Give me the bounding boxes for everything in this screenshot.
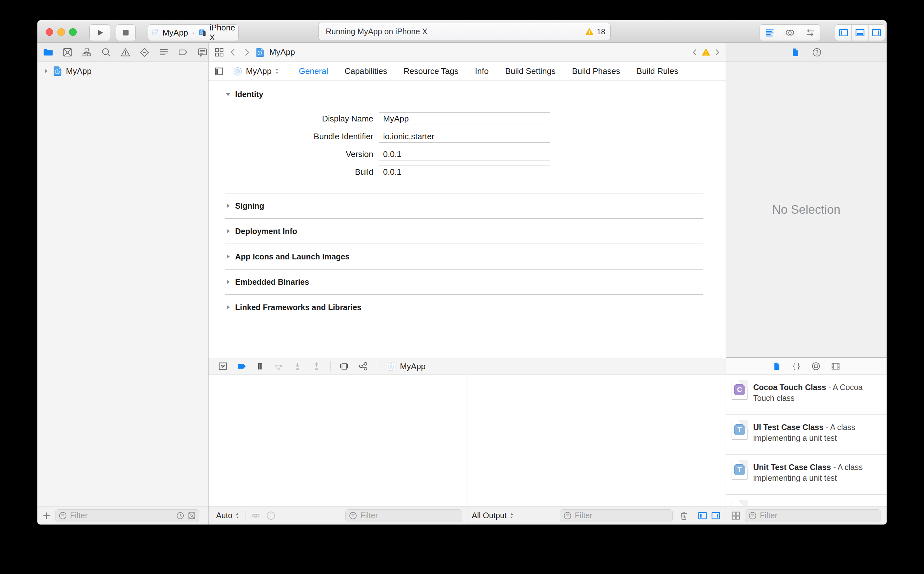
media-library-icon[interactable] <box>831 361 841 371</box>
tab-resource-tags[interactable]: Resource Tags <box>404 66 459 76</box>
disclosure-closed-icon[interactable] <box>225 253 231 260</box>
version-editor-button[interactable] <box>800 25 820 41</box>
scheme-selector[interactable]: MyApp iPhone X <box>148 24 239 41</box>
test-navigator-icon[interactable] <box>139 46 150 58</box>
embedded-binaries-section-header[interactable]: Embedded Binaries <box>225 270 703 295</box>
quick-help-icon[interactable] <box>811 47 822 58</box>
step-out-icon[interactable] <box>311 361 322 372</box>
target-popup-label[interactable]: MyApp <box>246 66 272 76</box>
pause-execution-icon[interactable] <box>255 361 265 371</box>
display-name-field[interactable] <box>379 112 550 125</box>
issue-navigator-icon[interactable] <box>120 46 131 58</box>
toggle-targets-sidebar-icon[interactable] <box>214 66 224 77</box>
build-field[interactable] <box>379 166 550 178</box>
go-forward-icon[interactable] <box>242 47 251 57</box>
project-navigator-icon[interactable] <box>42 46 54 58</box>
find-navigator-icon[interactable] <box>101 46 112 58</box>
variables-scope-popup[interactable]: Auto <box>216 511 241 520</box>
print-description-info-icon[interactable] <box>266 510 276 521</box>
hide-debug-area-icon[interactable] <box>217 361 228 372</box>
version-field[interactable] <box>379 148 550 161</box>
disclosure-triangle-icon[interactable] <box>42 68 49 74</box>
toggle-navigator-button[interactable] <box>835 25 852 41</box>
file-template-library-icon[interactable] <box>772 361 782 371</box>
zoom-window-button[interactable] <box>69 28 77 36</box>
navigator-filter-input[interactable] <box>69 511 174 520</box>
variables-filter-field[interactable] <box>346 509 462 522</box>
tab-build-rules[interactable]: Build Rules <box>636 66 679 76</box>
disclosure-closed-icon[interactable] <box>225 279 231 285</box>
minimize-window-button[interactable] <box>57 28 65 36</box>
template-item-unit-test-case-class[interactable]: T Unit Test Case Class - A class impleme… <box>726 455 886 495</box>
go-back-icon[interactable] <box>228 47 238 57</box>
field-label: Build <box>225 167 373 177</box>
disclosure-closed-icon[interactable] <box>225 228 231 234</box>
console-view[interactable] <box>467 375 726 506</box>
source-control-navigator-icon[interactable] <box>62 46 73 58</box>
linked-frameworks-section-header[interactable]: Linked Frameworks and Libraries <box>225 295 703 320</box>
jump-bar: MyApp <box>209 43 726 62</box>
disclosure-open-icon[interactable] <box>225 91 231 98</box>
add-button[interactable] <box>41 510 52 521</box>
close-window-button[interactable] <box>46 28 53 36</box>
show-console-view-toggle-icon[interactable] <box>710 510 721 521</box>
related-items-icon[interactable] <box>214 47 225 58</box>
view-ui-hierarchy-icon[interactable] <box>339 361 349 372</box>
quick-look-eye-icon[interactable] <box>250 510 261 521</box>
template-item-cocoa-touch-class[interactable]: C Cocoa Touch Class - A Cocoa Touch clas… <box>726 375 886 415</box>
app-icons-section-header[interactable]: App Icons and Launch Images <box>225 244 703 270</box>
step-over-icon[interactable] <box>273 361 284 372</box>
toggle-debug-area-button[interactable] <box>852 25 868 41</box>
assistant-editor-button[interactable] <box>780 25 800 41</box>
signing-section-header[interactable]: Signing <box>225 194 703 219</box>
variables-view[interactable] <box>209 375 467 506</box>
breakpoints-toggle-icon[interactable] <box>236 361 247 372</box>
tab-build-settings[interactable]: Build Settings <box>505 66 555 76</box>
source-control-status-icon[interactable] <box>187 511 196 520</box>
object-library-icon[interactable] <box>811 361 821 371</box>
debug-session-item[interactable]: MyApp <box>385 361 426 372</box>
warning-icon[interactable] <box>701 47 711 57</box>
toggle-inspector-button[interactable] <box>869 25 885 41</box>
bundle-identifier-field[interactable] <box>379 130 550 143</box>
console-filter-field[interactable] <box>560 509 673 522</box>
stop-button[interactable] <box>116 24 136 41</box>
deployment-info-section-header[interactable]: Deployment Info <box>225 219 703 244</box>
recent-files-clock-icon[interactable] <box>176 511 185 520</box>
report-navigator-icon[interactable] <box>197 46 208 58</box>
clear-console-trash-icon[interactable] <box>679 510 689 521</box>
template-item-ui-test-case-class[interactable]: T UI Test Case Class - A class implement… <box>726 415 886 455</box>
tab-capabilities[interactable]: Capabilities <box>344 66 387 76</box>
step-into-icon[interactable] <box>292 361 303 372</box>
tab-info[interactable]: Info <box>475 66 489 76</box>
console-scope-popup[interactable]: All Output <box>472 511 515 520</box>
template-item-partial[interactable] <box>726 495 886 506</box>
console-filter-input[interactable] <box>574 511 670 520</box>
issue-counter[interactable]: 18 <box>585 27 605 36</box>
inspector-panel-icon <box>871 27 882 38</box>
show-variables-view-toggle-icon[interactable] <box>697 510 708 521</box>
standard-editor-button[interactable] <box>760 25 780 41</box>
jump-bar-file-name[interactable]: MyApp <box>269 47 295 57</box>
grid-view-toggle-icon[interactable] <box>731 510 741 521</box>
next-issue-icon[interactable] <box>712 47 722 57</box>
tab-general[interactable]: General <box>299 66 328 76</box>
run-button[interactable] <box>90 24 110 41</box>
file-inspector-icon[interactable] <box>790 47 801 57</box>
library-filter-field[interactable] <box>745 509 881 522</box>
project-row[interactable]: MyApp <box>38 62 208 78</box>
memory-graph-icon[interactable] <box>358 361 369 372</box>
popup-arrows-icon[interactable] <box>273 67 281 76</box>
symbol-navigator-icon[interactable] <box>81 46 93 58</box>
variables-filter-input[interactable] <box>360 511 459 520</box>
disclosure-closed-icon[interactable] <box>225 203 231 209</box>
previous-issue-icon[interactable] <box>690 47 700 57</box>
breakpoint-navigator-icon[interactable] <box>178 46 189 58</box>
debug-navigator-icon[interactable] <box>158 46 170 58</box>
navigator-filter-field[interactable] <box>55 509 199 522</box>
identity-section-header[interactable]: Identity <box>225 90 703 99</box>
code-snippet-library-icon[interactable] <box>791 361 801 371</box>
library-filter-input[interactable] <box>759 511 878 520</box>
disclosure-closed-icon[interactable] <box>225 304 231 311</box>
tab-build-phases[interactable]: Build Phases <box>572 66 620 76</box>
